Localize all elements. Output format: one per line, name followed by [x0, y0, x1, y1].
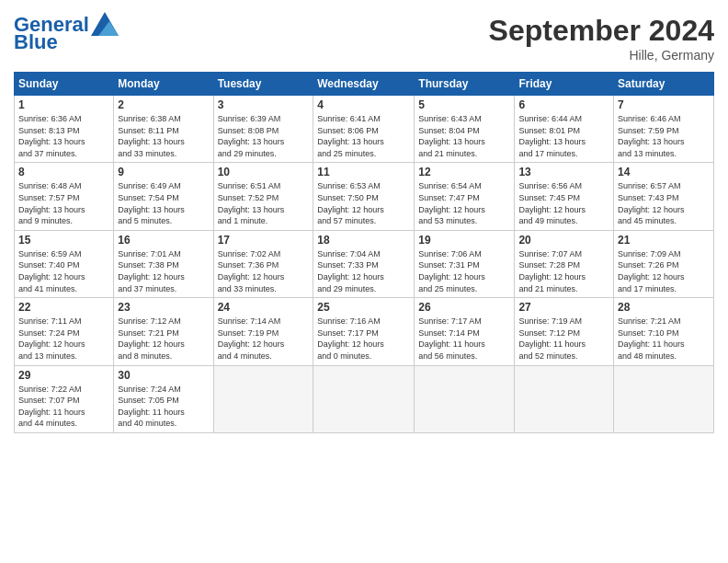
day-info: Sunrise: 6:38 AM Sunset: 8:11 PM Dayligh…: [118, 113, 209, 159]
table-row: 29Sunrise: 7:22 AM Sunset: 7:07 PM Dayli…: [15, 365, 114, 432]
day-number: 25: [317, 301, 410, 314]
day-number: 28: [618, 301, 710, 314]
table-row: [614, 365, 714, 432]
day-number: 6: [518, 98, 609, 111]
table-row: 25Sunrise: 7:16 AM Sunset: 7:17 PM Dayli…: [313, 298, 415, 365]
day-info: Sunrise: 7:12 AM Sunset: 7:21 PM Dayligh…: [118, 316, 209, 362]
day-number: 8: [18, 166, 109, 178]
table-row: 1Sunrise: 6:36 AM Sunset: 8:13 PM Daylig…: [15, 96, 114, 163]
table-row: 21Sunrise: 7:09 AM Sunset: 7:26 PM Dayli…: [614, 230, 714, 297]
day-number: 5: [418, 98, 510, 111]
day-info: Sunrise: 6:49 AM Sunset: 7:54 PM Dayligh…: [118, 180, 209, 226]
day-info: Sunrise: 6:51 AM Sunset: 7:52 PM Dayligh…: [218, 180, 310, 226]
day-number: 9: [118, 166, 209, 178]
day-info: Sunrise: 6:39 AM Sunset: 8:08 PM Dayligh…: [218, 113, 310, 159]
table-row: 7Sunrise: 6:46 AM Sunset: 7:59 PM Daylig…: [614, 96, 714, 163]
col-saturday: Saturday: [614, 73, 714, 96]
table-row: 23Sunrise: 7:12 AM Sunset: 7:21 PM Dayli…: [114, 298, 213, 365]
day-info: Sunrise: 6:59 AM Sunset: 7:40 PM Dayligh…: [18, 248, 109, 294]
day-number: 14: [618, 166, 710, 178]
location-subtitle: Hille, Germany: [489, 48, 714, 63]
table-row: 24Sunrise: 7:14 AM Sunset: 7:19 PM Dayli…: [213, 298, 313, 365]
day-number: 12: [418, 166, 510, 178]
table-row: 16Sunrise: 7:01 AM Sunset: 7:38 PM Dayli…: [114, 230, 213, 297]
day-info: Sunrise: 6:43 AM Sunset: 8:04 PM Dayligh…: [418, 113, 510, 159]
col-monday: Monday: [114, 73, 213, 96]
day-number: 17: [218, 234, 310, 247]
table-row: 15Sunrise: 6:59 AM Sunset: 7:40 PM Dayli…: [15, 230, 114, 297]
day-number: 15: [18, 234, 109, 247]
table-row: 2Sunrise: 6:38 AM Sunset: 8:11 PM Daylig…: [114, 96, 213, 163]
col-friday: Friday: [515, 73, 614, 96]
day-number: 7: [618, 98, 710, 111]
day-number: 30: [118, 369, 209, 382]
day-number: 22: [18, 301, 109, 314]
day-number: 1: [18, 98, 109, 111]
day-number: 20: [518, 234, 609, 247]
day-number: 11: [317, 166, 410, 178]
day-info: Sunrise: 7:07 AM Sunset: 7:28 PM Dayligh…: [518, 248, 609, 294]
day-number: 2: [118, 98, 209, 111]
header: General Blue September 2024 Hille, Germa…: [14, 14, 714, 63]
table-row: 5Sunrise: 6:43 AM Sunset: 8:04 PM Daylig…: [415, 96, 515, 163]
day-info: Sunrise: 7:14 AM Sunset: 7:19 PM Dayligh…: [218, 316, 310, 362]
table-row: 12Sunrise: 6:54 AM Sunset: 7:47 PM Dayli…: [415, 163, 515, 230]
day-info: Sunrise: 7:17 AM Sunset: 7:14 PM Dayligh…: [418, 316, 510, 362]
col-tuesday: Tuesday: [213, 73, 313, 96]
day-info: Sunrise: 7:19 AM Sunset: 7:12 PM Dayligh…: [518, 316, 609, 362]
table-row: 26Sunrise: 7:17 AM Sunset: 7:14 PM Dayli…: [415, 298, 515, 365]
day-info: Sunrise: 6:46 AM Sunset: 7:59 PM Dayligh…: [618, 113, 710, 159]
day-info: Sunrise: 6:48 AM Sunset: 7:57 PM Dayligh…: [18, 180, 109, 226]
day-number: 16: [118, 234, 209, 247]
day-info: Sunrise: 7:09 AM Sunset: 7:26 PM Dayligh…: [618, 248, 710, 294]
table-row: 9Sunrise: 6:49 AM Sunset: 7:54 PM Daylig…: [114, 163, 213, 230]
table-row: 22Sunrise: 7:11 AM Sunset: 7:24 PM Dayli…: [15, 298, 114, 365]
logo-icon: [91, 12, 119, 36]
table-row: 27Sunrise: 7:19 AM Sunset: 7:12 PM Dayli…: [515, 298, 614, 365]
day-number: 4: [317, 98, 410, 111]
day-number: 3: [218, 98, 310, 111]
table-row: 10Sunrise: 6:51 AM Sunset: 7:52 PM Dayli…: [213, 163, 313, 230]
table-row: [213, 365, 313, 432]
title-block: September 2024 Hille, Germany: [489, 14, 714, 63]
day-info: Sunrise: 7:22 AM Sunset: 7:07 PM Dayligh…: [18, 384, 109, 430]
day-number: 26: [418, 301, 510, 314]
table-row: [313, 365, 415, 432]
table-row: 3Sunrise: 6:39 AM Sunset: 8:08 PM Daylig…: [213, 96, 313, 163]
day-info: Sunrise: 6:54 AM Sunset: 7:47 PM Dayligh…: [418, 180, 510, 226]
day-info: Sunrise: 7:04 AM Sunset: 7:33 PM Dayligh…: [317, 248, 410, 294]
day-info: Sunrise: 7:24 AM Sunset: 7:05 PM Dayligh…: [118, 384, 209, 430]
month-title: September 2024: [489, 14, 714, 48]
table-row: 8Sunrise: 6:48 AM Sunset: 7:57 PM Daylig…: [15, 163, 114, 230]
day-info: Sunrise: 6:56 AM Sunset: 7:45 PM Dayligh…: [518, 180, 609, 226]
day-info: Sunrise: 7:11 AM Sunset: 7:24 PM Dayligh…: [18, 316, 109, 362]
table-row: 28Sunrise: 7:21 AM Sunset: 7:10 PM Dayli…: [614, 298, 714, 365]
table-row: 11Sunrise: 6:53 AM Sunset: 7:50 PM Dayli…: [313, 163, 415, 230]
day-info: Sunrise: 7:16 AM Sunset: 7:17 PM Dayligh…: [317, 316, 410, 362]
day-info: Sunrise: 6:44 AM Sunset: 8:01 PM Dayligh…: [518, 113, 609, 159]
day-number: 13: [518, 166, 609, 178]
day-info: Sunrise: 6:57 AM Sunset: 7:43 PM Dayligh…: [618, 180, 710, 226]
table-row: 4Sunrise: 6:41 AM Sunset: 8:06 PM Daylig…: [313, 96, 415, 163]
table-row: 30Sunrise: 7:24 AM Sunset: 7:05 PM Dayli…: [114, 365, 213, 432]
day-number: 10: [218, 166, 310, 178]
day-info: Sunrise: 6:36 AM Sunset: 8:13 PM Dayligh…: [18, 113, 109, 159]
day-info: Sunrise: 6:41 AM Sunset: 8:06 PM Dayligh…: [317, 113, 410, 159]
day-info: Sunrise: 7:21 AM Sunset: 7:10 PM Dayligh…: [618, 316, 710, 362]
table-row: 18Sunrise: 7:04 AM Sunset: 7:33 PM Dayli…: [313, 230, 415, 297]
day-number: 27: [518, 301, 609, 314]
day-number: 24: [218, 301, 310, 314]
table-row: 17Sunrise: 7:02 AM Sunset: 7:36 PM Dayli…: [213, 230, 313, 297]
calendar-table: Sunday Monday Tuesday Wednesday Thursday…: [14, 72, 714, 433]
table-row: 6Sunrise: 6:44 AM Sunset: 8:01 PM Daylig…: [515, 96, 614, 163]
table-row: 14Sunrise: 6:57 AM Sunset: 7:43 PM Dayli…: [614, 163, 714, 230]
table-row: 20Sunrise: 7:07 AM Sunset: 7:28 PM Dayli…: [515, 230, 614, 297]
day-number: 19: [418, 234, 510, 247]
table-row: [515, 365, 614, 432]
col-thursday: Thursday: [415, 73, 515, 96]
day-info: Sunrise: 7:02 AM Sunset: 7:36 PM Dayligh…: [218, 248, 310, 294]
day-number: 21: [618, 234, 710, 247]
page: General Blue September 2024 Hille, Germa…: [0, 0, 728, 442]
day-number: 29: [18, 369, 109, 382]
col-sunday: Sunday: [15, 73, 114, 96]
